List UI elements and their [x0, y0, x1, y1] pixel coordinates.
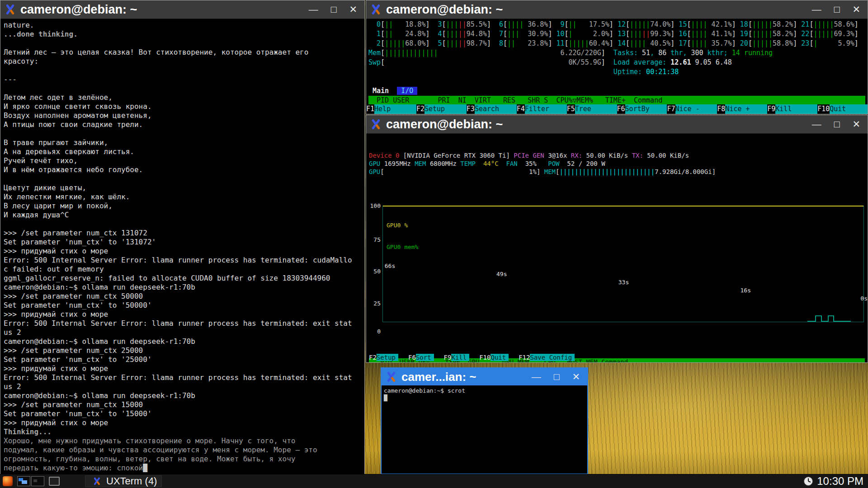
x-tick: 66s [385, 262, 395, 270]
fkey-f9[interactable]: F9Kill [767, 104, 817, 114]
terminal-line: >>> /set parameter num_ctx 25000 [4, 346, 361, 355]
terminal-line: огромность, глубина, волны, ветер, свет … [4, 455, 361, 464]
window-titlebar[interactable]: camer...ian: ~ — □ ✕ [382, 368, 587, 385]
fkey-f7[interactable]: F7Nice - [667, 104, 717, 114]
terminal-line: Swp[ 0K/55.9G] Load average: 12.61 9.05 … [368, 58, 865, 67]
terminal-line: ggml_gallocr_reserve_n: failed to alloca… [4, 274, 361, 283]
terminal-line: >>> /set parameter num_ctx 131072 [4, 229, 361, 238]
task-label: UXTerm (4) [106, 475, 157, 487]
fkey-f6[interactable]: F6Sort [408, 354, 434, 361]
terminal-line: В траве прыгают зайчики, [4, 138, 361, 147]
fkey-f1[interactable]: F1Help [366, 104, 416, 114]
clock-icon [803, 476, 813, 486]
terminal-line: cameron@debian:~$ ollama run deepseek-r1… [4, 337, 361, 346]
nvtop-device-info: Device 0 [NVIDIA GeForce RTX 3060 Ti] PC… [369, 151, 865, 176]
minimize-button[interactable]: — [309, 0, 318, 19]
gpu-mem-line [807, 314, 851, 322]
terminal-line: передать какую-то эмоцию: спокой█ [4, 464, 361, 473]
fkey-f12[interactable]: F12Save Config [519, 354, 575, 361]
maximize-button[interactable]: □ [834, 115, 840, 133]
window-titlebar[interactable]: cameron@debian: ~ — □ ✕ [0, 0, 364, 19]
terminal-line: cameron@debian:~$ ollama run deepseek-r1… [4, 391, 361, 400]
terminal-line: Error: 500 Internal Server Error: llama … [4, 373, 361, 382]
window-htop-terminal: cameron@debian: ~ — □ ✕ 0[|| 18.8%] 3[||… [366, 0, 868, 114]
terminal-line: Set parameter 'num_ctx' to '15000' [4, 409, 361, 418]
workspace-1[interactable] [17, 476, 30, 486]
x-tick: 33s [618, 278, 629, 286]
terminal-line: cameron@debian:~$ ollama run deepseek-r1… [4, 283, 361, 292]
uxterm-icon [3, 3, 17, 16]
fkey-f10[interactable]: F10Quit [817, 104, 868, 114]
terminal-line: c failed: out of memory [4, 265, 361, 274]
terminal-line: Mem[||||||||||||| 6.22G/220G] Tasks: 51,… [368, 48, 865, 58]
terminal-line: PID USER PRI NI VIRT RES SHR S CPU%▽MEM%… [368, 96, 865, 105]
terminal-line [4, 174, 361, 183]
fkey-f5[interactable]: F5Tree [567, 104, 617, 114]
small-terminal-screen[interactable]: cameron@debian:~$ scrot█ [382, 385, 587, 404]
minimize-button[interactable]: — [812, 115, 821, 133]
uxterm-icon [369, 3, 382, 16]
terminal-line: Set parameter 'num_ctx' to '25000' [4, 355, 361, 364]
terminal-line: Воздух наполнен ароматом цветенья, [4, 111, 361, 120]
fkey-f3[interactable]: F3Search [467, 104, 517, 114]
fkey-f10[interactable]: F10Quit [479, 354, 509, 361]
x-tick: 0s [860, 295, 868, 303]
minimize-button[interactable]: — [812, 0, 821, 19]
maximize-button[interactable]: □ [331, 0, 337, 19]
terminal-line: Set parameter 'num_ctx' to '131072' [4, 238, 361, 247]
window-titlebar[interactable]: cameron@debian: ~ — □ ✕ [366, 115, 868, 134]
fkey-f9[interactable]: F9Kill [444, 354, 470, 361]
workspace-pager [17, 476, 44, 486]
terminal-line: >>> придумай стих о море [4, 247, 361, 256]
terminal-line: us 2 [4, 328, 361, 337]
uxterm-icon [369, 117, 382, 131]
close-button[interactable]: ✕ [852, 0, 860, 19]
show-desktop-icon[interactable] [49, 477, 60, 486]
launcher-icon[interactable] [3, 476, 13, 486]
window-title: cameron@debian: ~ [386, 3, 503, 17]
minimize-button[interactable]: — [532, 368, 541, 386]
x-tick: 16s [741, 286, 751, 295]
window-titlebar[interactable]: cameron@debian: ~ — □ ✕ [366, 0, 868, 19]
terminal-line [368, 77, 865, 86]
terminal-line: >>> /set parameter num_ctx 15000 [4, 400, 361, 409]
close-button[interactable]: ✕ [349, 0, 357, 19]
terminal-line: подумал, какие образы и чувства ассоциир… [4, 446, 361, 455]
uxterm-icon [384, 370, 398, 384]
window-chat-terminal: cameron@debian: ~ — □ ✕ nature....done t… [0, 0, 365, 474]
terminal-line: Летний лес — это целая сказка! Вот стихо… [4, 48, 361, 57]
taskbar-task-uxterm[interactable]: UXTerm (4) [85, 475, 162, 487]
maximize-button[interactable]: □ [554, 368, 560, 386]
terminal-line: И каждая душа^C [4, 211, 361, 220]
terminal-line: >>> /set parameter num_ctx 50000 [4, 292, 361, 301]
terminal-line: >>> придумай стих о море [4, 364, 361, 373]
chat-terminal-screen[interactable]: nature....done thinking. Летний лес — эт… [0, 19, 364, 474]
fkey-f4[interactable]: F4Filter [517, 104, 567, 114]
htop-screen[interactable]: 0[|| 18.8%] 3[|||||85.5%] 6[|||| 36.8%] … [366, 19, 868, 114]
terminal-line [4, 84, 361, 93]
terminal-line: >>> придумай стих о море [4, 310, 361, 319]
terminal-line [4, 129, 361, 138]
window-title: camer...ian: ~ [401, 370, 476, 384]
terminal-line: nature. [4, 21, 361, 30]
workspace-2[interactable] [31, 476, 44, 486]
taskbar-left: UXTerm (4) [0, 475, 162, 487]
terminal-line: А на деревьях сверкают листья. [4, 147, 361, 156]
close-button[interactable]: ✕ [572, 368, 580, 386]
fkey-f6[interactable]: F6SortBy [617, 104, 667, 114]
terminal-line: ...done thinking. [4, 30, 361, 39]
gpu-utilization-graph: 100 75 50 25 0 GPU0 % GPU0 mem% 66s 49s [369, 203, 864, 330]
terminal-line: И в нём отражается небо голубое. [4, 165, 361, 174]
terminal-line: Хорошо, мне нужно придумать стихотворени… [4, 436, 361, 446]
window-title: cameron@debian: ~ [20, 3, 137, 17]
nvtop-screen[interactable]: Device 0 [NVIDIA GeForce RTX 3060 Ti] PC… [366, 134, 868, 362]
maximize-button[interactable]: □ [834, 0, 840, 19]
taskbar: UXTerm (4) 10:30 PM [0, 474, 868, 488]
fkey-f2[interactable]: F2Setup [369, 354, 398, 361]
terminal-line: Их лепестки мягкие, как шёлк. [4, 192, 361, 202]
graph-x-axis: 66s 49s 33s 16s 0s [380, 254, 868, 262]
fkey-f8[interactable]: F8Nice + [717, 104, 767, 114]
fkey-f2[interactable]: F2Setup [416, 104, 467, 114]
close-button[interactable]: ✕ [852, 115, 860, 133]
terminal-line: Uptime: 00:21:38 [368, 67, 865, 77]
